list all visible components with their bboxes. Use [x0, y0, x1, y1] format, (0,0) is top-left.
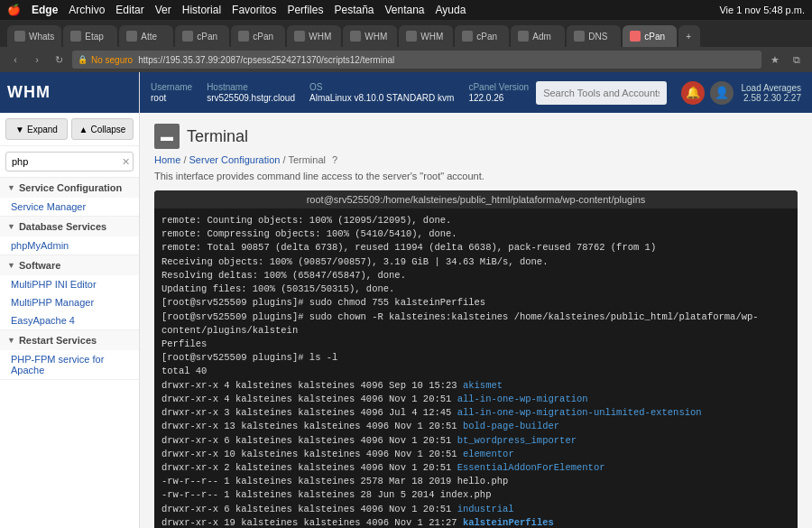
sidebar-search-container: ✕ [0, 146, 139, 178]
link-elementor[interactable]: elementor [463, 449, 514, 459]
address-bar[interactable]: 🔒 No seguro https://195.35.37.99:2087/cp… [72, 51, 761, 69]
terminal-line-17: drwxr-xr-x 10 kalsteines kalsteines 4096… [161, 448, 790, 461]
browser-tab-8[interactable]: cPan [455, 25, 509, 47]
breadcrumb-terminal: Terminal [288, 154, 326, 165]
page-content: ▬ Terminal Home / Server Configuration /… [140, 113, 812, 528]
new-tab-button[interactable]: + [678, 25, 700, 47]
browser-tab-9[interactable]: Adm [511, 25, 565, 47]
terminal-line-8: [root@srv525509 plugins]# sudo chown -R … [161, 310, 790, 338]
link-industrial[interactable]: industrial [457, 504, 514, 514]
menubar-right: Vie 1 nov 5:48 p.m. [719, 5, 805, 15]
hostname-label: Hostname [207, 82, 295, 92]
terminal-line-11: total 40 [161, 365, 790, 378]
browser-tab-5[interactable]: WHM [287, 25, 341, 47]
username-value: root [151, 93, 192, 103]
sidebar-search-input[interactable] [5, 152, 134, 171]
link-all-in-one-unlimited[interactable]: all-in-one-wp-migration-unlimited-extens… [457, 407, 702, 418]
reload-button[interactable]: ↻ [51, 51, 67, 68]
security-icon: 🔒 [78, 55, 88, 64]
sidebar-section-header-software[interactable]: ▼ Software [0, 255, 139, 275]
username-label: Username [151, 82, 192, 92]
load-averages: Load Averages 2.58 2.30 2.27 [741, 83, 801, 103]
link-all-in-one[interactable]: all-in-one-wp-migration [457, 394, 588, 404]
link-kalstein-perfiles[interactable]: kalsteinPerfiles [463, 517, 554, 528]
cpanel-label: cPanel Version [468, 82, 529, 92]
chevron-down-icon-sw: ▼ [7, 261, 15, 270]
terminal-line-10: [root@srv525509 plugins]# ls -l [161, 351, 790, 365]
tab-bar: Whats Etap Atte cPan cPan WHM WHM WHM cP… [0, 20, 812, 47]
terminal-line-7: [root@srv525509 plugins]# sudo chmod 755… [161, 296, 790, 310]
browser-tab-10[interactable]: DNS [567, 25, 621, 47]
terminal-line-19: -rw-r--r-- 1 kalsteines kalsteines 2578 … [161, 475, 790, 488]
terminal-line-22: drwxr-xr-x 19 kalsteines kalsteines 4096… [161, 516, 790, 528]
sidebar-item-phpfpm[interactable]: PHP-FPM service for Apache [0, 350, 139, 379]
browser-chrome: Whats Etap Atte cPan cPan WHM WHM WHM cP… [0, 20, 812, 72]
breadcrumb-server-config-link[interactable]: Server Configuration [189, 154, 281, 165]
sidebar-item-service-manager[interactable]: Service Manager [0, 198, 139, 216]
sidebar-section-header-database[interactable]: ▼ Database Services [0, 217, 139, 236]
terminal-page: ▬ Terminal Home / Server Configuration /… [140, 113, 812, 528]
browser-tab-3[interactable]: cPan [175, 25, 229, 47]
url-text: https://195.35.37.99:2087/cpsess25242713… [138, 55, 394, 65]
app-name[interactable]: Edge [32, 4, 58, 16]
menu-ventana[interactable]: Ventana [385, 4, 425, 16]
terminal-body[interactable]: remote: Counting objects: 100% (12095/12… [154, 208, 798, 528]
sidebar-section-header-service-config[interactable]: ▼ Service Configuration [0, 178, 139, 198]
terminal-line-14: drwxr-xr-x 3 kalsteines kalsteines 4096 … [161, 406, 790, 420]
collapse-button[interactable]: ▲ Collapse [71, 118, 134, 140]
menu-editar[interactable]: Editar [115, 4, 143, 16]
bookmark-button[interactable]: ★ [767, 51, 783, 68]
terminal-line-5: Resolving deltas: 100% (65847/65847), do… [161, 269, 790, 283]
terminal-page-icon: ▬ [154, 124, 180, 149]
link-bt-wordpress-importer[interactable]: bt_wordpress_importer [457, 435, 577, 446]
sidebar-item-multiphp-manager[interactable]: MultiPHP Manager [0, 293, 139, 311]
server-info-hostname-col: Hostname srv525509.hstgr.cloud [207, 82, 295, 103]
sidebar-item-phpmyadmin[interactable]: phpMyAdmin [0, 236, 139, 255]
forward-button[interactable]: › [29, 51, 45, 68]
sidebar-section-label-database: Database Services [19, 221, 106, 232]
menu-ver[interactable]: Ver [155, 4, 171, 16]
sidebar-item-easyapache[interactable]: EasyApache 4 [0, 311, 139, 329]
sidebar-section-label-service-config: Service Configuration [19, 182, 122, 193]
browser-tab-2[interactable]: Atte [119, 25, 173, 47]
browser-tab-4[interactable]: cPan [231, 25, 285, 47]
notifications-button[interactable]: 🔔 [681, 81, 705, 105]
sidebar-search-clear[interactable]: ✕ [122, 156, 130, 168]
menu-historial[interactable]: Historial [182, 4, 221, 16]
sidebar-item-multiphp-ini[interactable]: MultiPHP INI Editor [0, 275, 139, 293]
link-bold-page-builder[interactable]: bold-page-builder [463, 421, 559, 431]
terminal-line-4: Receiving objects: 100% (90857/90857), 3… [161, 255, 790, 269]
menu-archivo[interactable]: Archivo [69, 4, 105, 16]
sidebar-section-database: ▼ Database Services phpMyAdmin [0, 217, 139, 255]
page-description: This interface provides command line acc… [154, 171, 798, 181]
link-akismet[interactable]: akismet [463, 380, 503, 391]
browser-tab-0[interactable]: Whats [7, 25, 61, 47]
topbar-search-input[interactable] [536, 81, 667, 105]
help-icon[interactable]: ? [332, 154, 337, 165]
topbar-icons: 🔔 👤 [681, 81, 734, 105]
terminal-line-6: Updating files: 100% (50315/50315), done… [161, 283, 790, 296]
sidebar-section-header-restart[interactable]: ▼ Restart Services [0, 330, 139, 350]
terminal-line-9: Perfiles [161, 338, 790, 351]
link-essential-addon[interactable]: EssentialAddonForElementor [457, 462, 605, 473]
menu-favoritos[interactable]: Favoritos [232, 4, 276, 16]
browser-tab-7[interactable]: WHM [399, 25, 453, 47]
extension-button[interactable]: ⧉ [789, 51, 805, 68]
terminal-line-13: drwxr-xr-x 4 kalsteines kalsteines 4096 … [161, 393, 790, 406]
page-header: ▬ Terminal [154, 124, 798, 149]
browser-tab-6[interactable]: WHM [343, 25, 397, 47]
expand-button[interactable]: ▼ Expand [5, 118, 68, 140]
browser-tab-1[interactable]: Etap [63, 25, 117, 47]
menu-ayuda[interactable]: Ayuda [436, 4, 466, 16]
menu-perfiles[interactable]: Perfiles [287, 4, 323, 16]
browser-tab-active[interactable]: cPan [623, 25, 677, 47]
apple-menu[interactable]: 🍎 [7, 4, 21, 16]
terminal-line-12: drwxr-xr-x 4 kalsteines kalsteines 4096 … [161, 379, 790, 393]
menu-pestana[interactable]: Pestaña [334, 4, 374, 16]
user-button[interactable]: 👤 [710, 81, 734, 105]
terminal-line-18: drwxr-xr-x 2 kalsteines kalsteines 4096 … [161, 461, 790, 475]
terminal-line-21: drwxr-xr-x 6 kalsteines kalsteines 4096 … [161, 503, 790, 516]
terminal-titlebar: root@srv525509:/home/kalsteines/public_h… [154, 190, 798, 208]
back-button[interactable]: ‹ [7, 51, 23, 68]
breadcrumb-home-link[interactable]: Home [154, 154, 180, 165]
